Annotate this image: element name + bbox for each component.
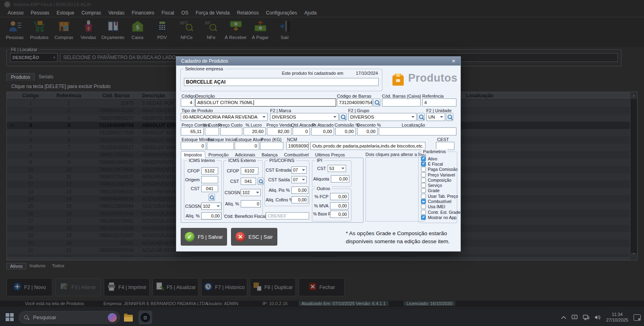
toolbar-button-pdv[interactable]: PDV	[150, 20, 174, 40]
icms-ext-aliq-input[interactable]: 0	[241, 200, 261, 207]
action-button-f5-atualizar[interactable]: F5 | Atualizar	[153, 278, 198, 296]
menu-item-configuracoes[interactable]: Configurações	[262, 9, 301, 16]
dialog-tab-balanca[interactable]: Balança	[258, 151, 281, 158]
checkbox-unchecked-icon[interactable]	[421, 172, 426, 177]
action-button-f8-duplicar[interactable]: F8 | Duplicar	[250, 278, 296, 296]
toolbar-button-nfe[interactable]: NFeNFe	[199, 20, 223, 40]
param-servico[interactable]: Serviço	[421, 182, 456, 188]
locate-filter-select[interactable]: DESCRIÇÃO ▾	[10, 53, 58, 62]
pr-atacado-input[interactable]: 0,00	[311, 127, 334, 135]
preco-venda-input[interactable]: 82,00	[267, 127, 291, 135]
action-button-fechar[interactable]: Fechar	[299, 278, 345, 296]
toolbar-button-sair[interactable]: Sair	[272, 20, 297, 40]
checkbox-unchecked-icon[interactable]	[421, 167, 426, 172]
peso-input[interactable]	[260, 142, 283, 150]
dialog-tab-ultimos-precos[interactable]: Ultimos Preços	[312, 151, 348, 158]
menu-item-forca-de-venda[interactable]: Força de Venda	[192, 9, 233, 16]
icms-int-cst-input[interactable]: 041	[201, 185, 218, 192]
vertical-scrollbar[interactable]: ▲ ▼	[630, 92, 637, 257]
start-button[interactable]	[6, 313, 14, 321]
menu-item-os[interactable]: OS	[178, 9, 192, 16]
cst-saida-select[interactable]: 07	[291, 176, 307, 183]
filter-tab-ativos[interactable]: Ativos	[6, 263, 26, 269]
comissao-input[interactable]: 0,00	[335, 127, 356, 135]
icms-int-aliq-input[interactable]: 0,00	[201, 212, 221, 219]
toolbar-button-produtos[interactable]: Produtos	[27, 20, 52, 40]
checkbox-unchecked-icon[interactable]	[421, 210, 426, 215]
cest-input[interactable]	[436, 142, 454, 150]
action-button-f2-novo[interactable]: F2 | Novo	[6, 278, 52, 296]
cst-entrada-select[interactable]: 07	[291, 166, 307, 174]
taskbar-clock[interactable]: 11:34 27/10/2025	[606, 312, 628, 323]
notification-icon[interactable]	[634, 314, 641, 321]
param-e-fiscal[interactable]: É Fiscal	[421, 161, 456, 166]
ipi-cst-select[interactable]: 53	[328, 165, 346, 172]
menu-item-vendas[interactable]: Vendas	[105, 9, 128, 16]
ncm-select[interactable]: Outs.prods.de padaria,pastelaria,inds.de…	[310, 142, 425, 150]
estoque-inicial-input[interactable]	[207, 142, 234, 150]
preco-compra-input[interactable]: 65,11	[181, 127, 204, 135]
toolbar-button-nfce[interactable]: NFCeNFCe	[174, 20, 199, 40]
grupo-select[interactable]: DIVERSOS	[348, 113, 417, 121]
fcp-input[interactable]: 0,00	[330, 193, 349, 200]
toolbar-button-orcamento[interactable]: Orçamento	[101, 20, 125, 40]
menu-item-compras[interactable]: Compras	[78, 9, 105, 16]
device-icon[interactable]	[572, 315, 578, 320]
menu-item-ajuda[interactable]: Ajuda	[301, 9, 320, 16]
tipo-select[interactable]: 00-MERCADORIA PARA REVENDA	[181, 113, 268, 121]
cst-search-icon[interactable]	[258, 178, 264, 185]
desconto-input[interactable]: 0,00	[357, 127, 378, 135]
localizacao-input[interactable]	[379, 127, 456, 135]
save-button[interactable]: ✓ F5 | Salvar	[181, 228, 227, 246]
cst-search-icon[interactable]	[208, 194, 215, 201]
referencia-input[interactable]: 4	[422, 98, 456, 107]
menu-item-pessoas[interactable]: Pessoas	[27, 9, 53, 16]
param-combustivel[interactable]: Combustível	[421, 199, 456, 204]
column-header-codigo[interactable]: Código	[17, 92, 45, 99]
checkbox-unchecked-icon[interactable]	[421, 178, 426, 182]
dialog-tab-combustivel[interactable]: Combustível	[281, 151, 312, 158]
filter-tab-todos[interactable]: Todos	[49, 263, 68, 269]
unidade-select[interactable]: UN	[426, 113, 445, 121]
column-header-localizacao[interactable]: Localização	[463, 92, 630, 99]
mva-input[interactable]: 0,00	[330, 202, 349, 209]
ncm-input[interactable]: 19059090	[286, 142, 309, 150]
toolbar-button-a-pagar[interactable]: Á Pagar	[248, 20, 272, 40]
dialog-tab-adicionais[interactable]: Adicionais	[232, 151, 258, 158]
close-icon[interactable]: ✕	[450, 58, 457, 64]
codigo-input[interactable]: 4	[181, 98, 194, 107]
file-explorer-icon[interactable]	[122, 311, 135, 324]
action-button-f4-imprimir[interactable]: F4 | Imprimir	[104, 278, 150, 296]
marca-search-icon[interactable]	[339, 113, 347, 121]
action-button-f7-historico[interactable]: F7 | Historico	[201, 278, 247, 296]
marca-select[interactable]: DIVERSOS	[270, 113, 339, 121]
custos-input[interactable]	[205, 127, 219, 135]
checkbox-checked-icon[interactable]	[421, 162, 426, 166]
preco-custo-input[interactable]	[220, 127, 242, 135]
checkbox-unchecked-icon[interactable]	[421, 194, 426, 199]
volume-icon[interactable]	[594, 315, 601, 320]
checkbox-indeterminate-icon[interactable]	[421, 199, 426, 204]
param-usa-imei[interactable]: Usa IMEI	[421, 204, 456, 209]
icms-ext-cfop-input[interactable]: 6102	[241, 167, 258, 174]
tab-produtos[interactable]: Produtos	[6, 73, 35, 81]
checkbox-unchecked-icon[interactable]	[421, 188, 426, 193]
product-photo[interactable]	[365, 157, 425, 221]
copilot-icon[interactable]	[105, 311, 119, 324]
param-paga-comissao[interactable]: Paga Comissão	[421, 167, 456, 172]
dialog-tab-promocao[interactable]: Promoção	[205, 151, 232, 158]
network-icon[interactable]	[583, 315, 589, 320]
checkbox-checked-icon[interactable]	[421, 215, 426, 220]
icms-int-csosn-select[interactable]: 102	[201, 203, 221, 210]
base-reduzida-input[interactable]: 0,00	[330, 211, 349, 218]
barras-search-icon[interactable]	[373, 98, 380, 107]
filter-tab-inativos[interactable]: Inativos	[26, 263, 49, 269]
horizontal-scrollbar[interactable]	[7, 257, 630, 260]
scroll-down-icon[interactable]: ▼	[630, 250, 637, 257]
estoque-atual-input[interactable]: 0	[235, 142, 259, 150]
checkbox-unchecked-icon[interactable]	[421, 204, 426, 209]
param-composicao[interactable]: Composição	[421, 177, 456, 182]
aliq-pis-input[interactable]: 0,00	[291, 187, 308, 194]
scrollbar-thumb[interactable]	[631, 99, 637, 253]
column-header-cod-barras[interactable]: Cód. Barras	[93, 92, 139, 99]
